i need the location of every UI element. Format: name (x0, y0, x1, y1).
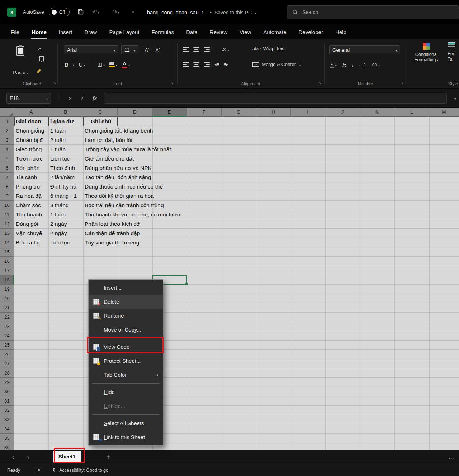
context-menu-item-hide[interactable]: Hide (89, 385, 163, 399)
enter-button[interactable]: ✓ (77, 93, 87, 104)
cells-area[interactable]: Giai đoạni gian dựGhi chúChọn giống1 tuầ… (14, 117, 459, 452)
row-header-25[interactable]: 25 (0, 341, 14, 350)
context-menu-item-move-or-copy[interactable]: Move or Copy... (89, 323, 163, 337)
row-header-27[interactable]: 27 (0, 359, 14, 368)
column-header-l[interactable]: L (394, 108, 429, 117)
cell-C4[interactable]: Trồng cây vào mùa mưa là tốt nhất (85, 145, 171, 154)
select-all-corner[interactable] (0, 108, 14, 117)
increase-font-size-button[interactable] (142, 45, 152, 54)
format-as-table-button[interactable]: For Ta (448, 42, 459, 62)
context-menu-item-link-to-this-sheet[interactable]: Link to this Sheet (89, 430, 163, 444)
accounting-format-button[interactable] (330, 62, 337, 67)
document-title[interactable]: bang_cong_doan_sau_r... • Saved to this … (147, 8, 256, 17)
ribbon-tab-developer[interactable]: Developer (299, 29, 323, 35)
row-header-32[interactable]: 32 (0, 406, 14, 415)
dialog-launcher-icon[interactable] (401, 79, 404, 86)
cell-B9[interactable]: 6 tháng - 1 (50, 191, 82, 201)
bold-button[interactable]: B (65, 62, 68, 68)
increase-decimal-button[interactable] (358, 62, 366, 67)
cell-A11[interactable]: Thu hoạch (16, 210, 47, 219)
column-header-g[interactable]: G (222, 108, 256, 117)
cell-A7[interactable]: Tỉa cành (16, 173, 47, 182)
name-box[interactable]: E18 (6, 93, 51, 104)
cell-C7[interactable]: Tạo tán đều, đón ánh sáng (85, 173, 151, 182)
autosave-toggle[interactable]: Off (49, 8, 70, 16)
paste-button[interactable]: Paste (11, 43, 30, 77)
align-left-button[interactable] (183, 62, 189, 67)
font-size-select[interactable]: 11 (121, 45, 138, 54)
align-right-button[interactable] (204, 62, 210, 67)
cell-A5[interactable]: Tưới nước (16, 154, 47, 163)
ribbon-tab-review[interactable]: Review (210, 29, 227, 35)
row-header-28[interactable]: 28 (0, 368, 14, 378)
previous-sheet-button[interactable] (9, 452, 18, 462)
cut-button[interactable] (38, 45, 44, 52)
dialog-launcher-icon[interactable] (171, 79, 174, 86)
align-top-button[interactable] (183, 47, 189, 52)
decrease-font-size-button[interactable] (153, 45, 163, 54)
row-header-15[interactable]: 15 (0, 247, 14, 257)
format-painter-button[interactable] (38, 67, 44, 75)
number-format-select[interactable]: General (329, 45, 400, 54)
column-header-e[interactable]: E (152, 108, 187, 117)
decrease-decimal-button[interactable] (371, 62, 381, 67)
cell-C13[interactable]: Cẩn thận để tránh dập (85, 229, 140, 238)
macro-record-icon[interactable] (37, 468, 42, 472)
row-header-31[interactable]: 31 (0, 396, 14, 406)
insert-function-button[interactable]: fx (90, 93, 100, 104)
redo-button[interactable] (110, 6, 121, 17)
decrease-indent-button[interactable] (214, 62, 219, 67)
cell-A3[interactable]: Chuẩn bị đ (16, 135, 47, 145)
ribbon-tab-automate[interactable]: Automate (263, 29, 286, 35)
cell-B11[interactable]: 1 tuần (50, 210, 82, 219)
cell-A12[interactable]: Đóng gói (16, 219, 47, 229)
borders-button[interactable] (97, 61, 105, 68)
row-header-21[interactable]: 21 (0, 303, 14, 313)
merge-center-button[interactable]: Merge & Center (252, 62, 301, 67)
row-header-26[interactable]: 26 (0, 350, 14, 359)
formula-input[interactable] (104, 93, 447, 104)
customize-quick-access-button[interactable] (128, 6, 138, 17)
row-header-35[interactable]: 35 (0, 434, 14, 443)
cell-C3[interactable]: Làm tơi đất, bón lót (85, 135, 132, 145)
cell-B3[interactable]: 2 tuần (50, 135, 82, 145)
cell-A10[interactable]: Chăm sóc (16, 201, 47, 210)
cell-B14[interactable]: Liên tục (50, 238, 82, 247)
align-bottom-button[interactable] (204, 47, 210, 52)
italic-button[interactable]: I (73, 62, 75, 68)
context-menu-item-rename[interactable]: Rename (89, 309, 163, 323)
cell-C14[interactable]: Tùy vào giá thị trường (85, 238, 139, 247)
accessibility-status[interactable]: Accessibility: Good to go (51, 468, 108, 473)
row-header-3[interactable]: 3 (0, 135, 14, 145)
copy-button[interactable] (38, 56, 44, 63)
sheet-tab-sheet1[interactable]: Sheet1 (53, 451, 81, 463)
underline-button[interactable]: U (79, 62, 85, 68)
cell-C10[interactable]: Bọc trái nếu cần tránh côn trùng (85, 201, 164, 210)
row-header-8[interactable]: 8 (0, 182, 14, 191)
cell-B5[interactable]: Liên tục (50, 154, 82, 163)
row-header-13[interactable]: 13 (0, 229, 14, 238)
column-header-f[interactable]: F (187, 108, 222, 117)
column-header-a[interactable]: A (14, 108, 48, 117)
cancel-button[interactable]: × (65, 93, 75, 104)
column-header-i[interactable]: I (291, 108, 326, 117)
row-header-16[interactable]: 16 (0, 257, 14, 266)
row-header-9[interactable]: 9 (0, 191, 14, 201)
cell-B2[interactable]: 1 tuần (50, 126, 82, 135)
column-header-b[interactable]: B (48, 108, 83, 117)
cell-A1[interactable]: Giai đoạn (16, 117, 47, 126)
cell-C5[interactable]: Giữ ẩm đều cho đất (85, 154, 134, 163)
row-header-19[interactable]: 19 (0, 285, 14, 294)
context-menu-item-unhide[interactable]: Unhide... (89, 399, 163, 413)
align-middle-button[interactable] (193, 47, 199, 52)
column-header-d[interactable]: D (118, 108, 152, 117)
cell-B4[interactable]: 1 tuần (50, 145, 82, 154)
conditional-formatting-button[interactable]: Conditional Formatting (409, 42, 444, 63)
column-header-j[interactable]: J (325, 108, 360, 117)
context-menu-item-select-all-sheets[interactable]: Select All Sheets (89, 416, 163, 430)
font-color-button[interactable] (122, 61, 130, 68)
cell-A13[interactable]: Vận chuyể (16, 229, 47, 238)
row-header-20[interactable]: 20 (0, 294, 14, 303)
ribbon-tab-help[interactable]: Help (335, 29, 346, 35)
column-header-k[interactable]: K (360, 108, 395, 117)
